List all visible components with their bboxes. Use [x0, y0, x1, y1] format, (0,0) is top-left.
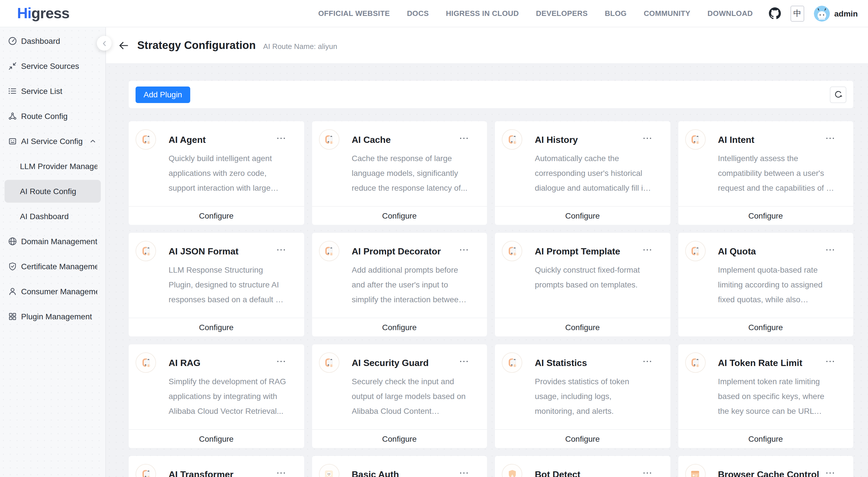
sidebar-item-label: Route Config — [21, 112, 97, 121]
more-menu-icon[interactable] — [821, 469, 836, 477]
configure-button[interactable]: Configure — [495, 429, 670, 448]
plugin-title: AI JSON Format — [168, 246, 238, 257]
plugin-card-body: AI Prompt TemplateQuickly construct fixe… — [495, 233, 670, 318]
ai-plugin-icon — [506, 133, 518, 146]
refresh-icon — [834, 90, 842, 99]
plugin-description: Quickly construct fixed-format prompts b… — [535, 262, 653, 292]
ai-service-config-icon — [8, 137, 17, 146]
sidebar-item-certificate-management[interactable]: Certificate Management — [5, 255, 101, 278]
ai-plugin-icon — [323, 133, 335, 146]
sidebar-item-ai-service-config[interactable]: AI Service Config — [5, 130, 101, 153]
more-menu-icon[interactable] — [638, 357, 653, 365]
configure-button[interactable]: Configure — [312, 206, 487, 225]
refresh-button[interactable] — [830, 86, 846, 103]
configure-button[interactable]: Configure — [678, 206, 853, 225]
plugin-card-body: AI IntentIntelligently assess the compat… — [678, 121, 853, 206]
user-menu[interactable]: admin — [814, 5, 858, 21]
more-menu-icon[interactable] — [638, 134, 653, 142]
ai-plugin-icon — [140, 357, 152, 369]
topnav-item-official-website[interactable]: OFFICIAL WEBSITE — [318, 9, 390, 18]
sidebar-item-ai-route-config[interactable]: AI Route Config — [5, 180, 101, 203]
app-viewport: Higress OFFICIAL WEBSITEDOCSHIGRESS IN C… — [0, 0, 868, 477]
more-menu-icon[interactable] — [455, 134, 470, 142]
plugin-avatar — [319, 129, 339, 150]
plugin-card-body: AI Security GuardSecurely check the inpu… — [312, 344, 487, 429]
more-menu-icon[interactable] — [821, 134, 836, 142]
sidebar-item-route-config[interactable]: Route Config — [5, 105, 101, 128]
page-title: Strategy Configuration — [137, 39, 256, 52]
more-menu-icon[interactable] — [271, 469, 287, 477]
plugin-description: Securely check the input and output of l… — [352, 374, 470, 418]
topnav-item-higress-in-cloud[interactable]: HIGRESS IN CLOUD — [446, 9, 519, 18]
plugin-avatar — [502, 129, 522, 150]
more-menu-icon[interactable] — [271, 357, 287, 365]
chevron-up-icon — [89, 138, 96, 145]
back-arrow-icon[interactable] — [118, 39, 129, 51]
topnav-item-community[interactable]: COMMUNITY — [644, 9, 690, 18]
sidebar-item-label: AI Route Config — [20, 187, 97, 196]
more-menu-icon[interactable] — [455, 246, 470, 254]
ai-plugin-icon — [323, 245, 335, 257]
plugin-title: AI Intent — [718, 134, 754, 145]
sidebar-item-ai-dashboard[interactable]: AI Dashboard — [5, 205, 101, 228]
topnav-item-download[interactable]: DOWNLOAD — [707, 9, 753, 18]
plugin-title: Browser Cache Control — [718, 469, 819, 477]
configure-button[interactable]: Configure — [312, 429, 487, 448]
plugin-title: AI Cache — [352, 134, 391, 145]
sidebar-item-service-list[interactable]: Service List — [5, 80, 101, 102]
plugin-avatar — [319, 241, 339, 261]
more-menu-icon[interactable] — [455, 469, 470, 477]
plugin-title: Basic Auth — [352, 469, 399, 477]
more-menu-icon[interactable] — [821, 246, 836, 254]
sidebar-item-plugin-management[interactable]: Plugin Management — [5, 305, 101, 328]
main-content: Add Plugin AI AgentQuickly build intelli… — [106, 63, 868, 477]
plugin-title: AI Transformer — [168, 469, 234, 477]
configure-button[interactable]: Configure — [129, 206, 304, 225]
sidebar-item-service-sources[interactable]: Service Sources — [5, 55, 101, 77]
more-menu-icon[interactable] — [271, 134, 287, 142]
sidebar-item-dashboard[interactable]: Dashboard — [5, 30, 101, 52]
configure-button[interactable]: Configure — [495, 318, 670, 337]
plugin-management-icon — [8, 312, 17, 321]
more-menu-icon[interactable] — [271, 246, 287, 254]
toolbar: Add Plugin — [129, 81, 853, 108]
ai-plugin-icon — [506, 357, 518, 369]
github-icon[interactable] — [769, 7, 781, 19]
plugin-description: Simplify the development of RAG applicat… — [168, 374, 287, 418]
avatar — [814, 5, 830, 21]
configure-button[interactable]: Configure — [678, 429, 853, 448]
configure-button[interactable]: Configure — [129, 318, 304, 337]
plugin-avatar — [685, 241, 705, 261]
configure-button[interactable]: Configure — [129, 429, 304, 448]
more-menu-icon[interactable] — [638, 469, 653, 477]
page-subtitle: AI Route Name: aliyun — [263, 42, 337, 51]
sidebar-item-consumer-management[interactable]: Consumer Management — [5, 280, 101, 303]
topnav-item-developers[interactable]: DEVELOPERS — [536, 9, 588, 18]
add-plugin-button[interactable]: Add Plugin — [135, 86, 190, 103]
more-menu-icon[interactable] — [638, 246, 653, 254]
configure-button[interactable]: Configure — [495, 206, 670, 225]
ai-plugin-icon — [140, 133, 152, 146]
top-nav: OFFICIAL WEBSITEDOCSHIGRESS IN CLOUDDEVE… — [318, 9, 753, 18]
more-menu-icon[interactable] — [821, 357, 836, 365]
higress-logo[interactable]: Higress — [17, 5, 69, 22]
topnav-item-docs[interactable]: DOCS — [407, 9, 429, 18]
configure-button[interactable]: Configure — [678, 318, 853, 337]
sidebar-item-domain-management[interactable]: Domain Management — [5, 230, 101, 253]
more-menu-icon[interactable] — [455, 357, 470, 365]
logo-text-hi: Hi — [17, 5, 31, 22]
plugin-card-body: AI CacheCache the response of large lang… — [312, 121, 487, 206]
language-toggle-button[interactable]: 中 — [790, 5, 804, 21]
sidebar-item-label: AI Service Config — [21, 137, 86, 146]
basic-auth-icon — [323, 468, 335, 477]
plugin-avatar — [135, 129, 156, 150]
plugin-avatar — [502, 241, 522, 261]
plugin-title: AI History — [535, 134, 578, 145]
sidebar-item-label: Domain Management — [21, 237, 97, 246]
plugin-card-body: AI JSON FormatLLM Response Structuring P… — [129, 233, 304, 318]
sidebar-collapse-button[interactable] — [97, 36, 112, 51]
configure-button[interactable]: Configure — [312, 318, 487, 337]
topnav-item-blog[interactable]: BLOG — [605, 9, 627, 18]
ai-plugin-icon — [689, 357, 701, 369]
sidebar-item-llm-provider-management[interactable]: LLM Provider Management — [5, 155, 101, 178]
